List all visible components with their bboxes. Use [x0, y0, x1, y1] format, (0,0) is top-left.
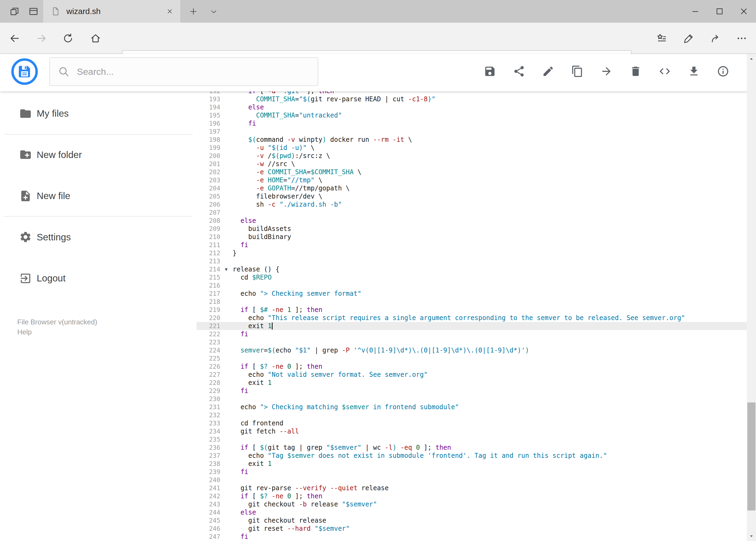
- code-line[interactable]: 240: [196, 476, 747, 484]
- sidebar-item-logout[interactable]: Logout: [0, 267, 196, 290]
- code-line[interactable]: 236 if [ $(git tag | grep "$semver" | wc…: [196, 443, 747, 452]
- scrollbar-thumb[interactable]: [747, 402, 755, 510]
- share-button[interactable]: [513, 65, 525, 78]
- code-line[interactable]: 214▼release () {: [196, 265, 747, 273]
- code-line[interactable]: 200 -v /$(pwd):/src:z \: [196, 152, 747, 160]
- code-line[interactable]: 231 echo "> Checking matching $semver in…: [196, 403, 747, 411]
- code-line[interactable]: 192 if [ -d ".git" ]; then: [196, 91, 747, 95]
- code-line[interactable]: 213: [196, 257, 747, 265]
- raw-view-button[interactable]: [658, 65, 671, 78]
- code-line[interactable]: 221 exit 1: [196, 322, 747, 330]
- code-line[interactable]: 208 else: [196, 217, 747, 225]
- code-line[interactable]: 196 fi: [196, 119, 747, 128]
- code-line[interactable]: 224 semver=$(echo "$1" | grep -P '^v(0|[…: [196, 346, 747, 354]
- help-link[interactable]: Help: [17, 327, 97, 337]
- code-line[interactable]: 193 COMMIT_SHA="$(git rev-parse HEAD | c…: [196, 95, 747, 103]
- code-line[interactable]: 206 sh -c "./wizard.sh -b": [196, 201, 747, 209]
- code-line[interactable]: 203 -e HOME="//tmp" \: [196, 176, 747, 184]
- search-input[interactable]: [77, 66, 310, 77]
- code-line[interactable]: 232: [196, 411, 747, 419]
- copy-button[interactable]: [571, 65, 584, 78]
- code-line[interactable]: 229 fi: [196, 387, 747, 395]
- save-button[interactable]: [484, 65, 496, 78]
- code-line[interactable]: 217 echo "> Checking semver format": [196, 289, 747, 297]
- line-number: 241: [196, 484, 220, 492]
- tab-preview-toggle[interactable]: [207, 5, 221, 19]
- code-line[interactable]: 211 fi: [196, 241, 747, 249]
- sidebar-item-label: New folder: [37, 149, 82, 160]
- code-line[interactable]: 233 cd frontend: [196, 419, 747, 427]
- pen-icon: [683, 33, 694, 44]
- code-line[interactable]: 210 buildBinary: [196, 233, 747, 241]
- forward-button[interactable]: [33, 30, 50, 47]
- more-options-button[interactable]: [733, 30, 750, 47]
- browser-tab[interactable]: wizard.sh: [43, 0, 180, 23]
- code-line[interactable]: 197: [196, 128, 747, 136]
- back-button[interactable]: [6, 30, 23, 47]
- search-box[interactable]: [49, 57, 318, 86]
- web-note-button[interactable]: [680, 30, 697, 47]
- download-button[interactable]: [688, 65, 700, 78]
- share-page-button[interactable]: [707, 30, 724, 47]
- code-line[interactable]: 235: [196, 435, 747, 443]
- code-line[interactable]: 201 -w //src \: [196, 160, 747, 168]
- page-scrollbar[interactable]: [747, 54, 756, 541]
- code-line[interactable]: 216: [196, 281, 747, 289]
- code-line[interactable]: 228 exit 1: [196, 379, 747, 387]
- code-line[interactable]: 245 git checkout release: [196, 516, 747, 525]
- code-line[interactable]: 215 cd $REPO: [196, 273, 747, 281]
- move-button[interactable]: [600, 65, 613, 78]
- code-line[interactable]: 227 echo "Not valid semver format. See s…: [196, 370, 747, 379]
- code-line[interactable]: 244 else: [196, 508, 747, 516]
- code-line[interactable]: 202 -e COMMIT_SHA=$COMMIT_SHA \: [196, 168, 747, 176]
- code-line[interactable]: 219 if [ $# -ne 1 ]; then: [196, 306, 747, 314]
- code-line[interactable]: 194 else: [196, 103, 747, 111]
- tab-close-button[interactable]: [164, 6, 175, 17]
- info-button[interactable]: [717, 65, 729, 78]
- code-line[interactable]: 234 git fetch --all: [196, 427, 747, 435]
- window-minimize-button[interactable]: [683, 0, 707, 23]
- window-maximize-button[interactable]: [707, 0, 732, 23]
- delete-button[interactable]: [630, 65, 642, 78]
- home-button[interactable]: [87, 30, 104, 47]
- code-line[interactable]: 209 buildAssets: [196, 225, 747, 233]
- sidebar-item-new-folder[interactable]: New folder: [0, 143, 196, 166]
- code-line[interactable]: 242 if [ $? -ne 0 ]; then: [196, 492, 747, 500]
- code-editor[interactable]: 192 if [ -d ".git" ]; then193 COMMIT_SHA…: [196, 91, 747, 541]
- code-line[interactable]: 246 git reset --hard "$semver": [196, 525, 747, 533]
- code-line[interactable]: 223: [196, 338, 747, 346]
- code-line[interactable]: 237 echo "Tag $semver does not exist in …: [196, 452, 747, 460]
- scroll-down-button[interactable]: [747, 531, 756, 541]
- refresh-button[interactable]: [59, 30, 77, 47]
- scroll-up-button[interactable]: [747, 54, 756, 64]
- code-line[interactable]: 220 echo "This release script requires a…: [196, 314, 747, 322]
- new-tab-button[interactable]: [186, 4, 200, 18]
- code-line[interactable]: 212}: [196, 249, 747, 257]
- set-tabs-aside-button[interactable]: [8, 4, 22, 18]
- code-line[interactable]: 199 -u "$(id -u)" \: [196, 144, 747, 152]
- sidebar-item-new-file[interactable]: New file: [0, 184, 196, 208]
- code-line[interactable]: 230: [196, 395, 747, 403]
- code-line[interactable]: 226 if [ $? -ne 0 ]; then: [196, 362, 747, 370]
- code-line[interactable]: 241 git rev-parse --verify --quiet relea…: [196, 484, 747, 492]
- code-line[interactable]: 247 fi: [196, 533, 747, 541]
- code-line[interactable]: 225: [196, 354, 747, 362]
- code-line[interactable]: 238 exit 1: [196, 460, 747, 468]
- window-close-button[interactable]: [732, 0, 756, 23]
- fold-marker-icon[interactable]: ▼: [222, 265, 230, 273]
- sidebar-item-my-files[interactable]: My files: [0, 102, 196, 125]
- code-line[interactable]: 222 fi: [196, 330, 747, 338]
- favorites-hub-button[interactable]: [653, 30, 670, 47]
- code-line[interactable]: 243 git checkout -b release "$semver": [196, 500, 747, 508]
- code-line[interactable]: 239 fi: [196, 468, 747, 476]
- code-line[interactable]: 207: [196, 209, 747, 217]
- rename-button[interactable]: [542, 65, 554, 78]
- code-line[interactable]: 218: [196, 297, 747, 306]
- code-line[interactable]: 205 filebrowser/dev \: [196, 192, 747, 201]
- code-line[interactable]: 198 $(command -v winpty) docker run --rm…: [196, 136, 747, 144]
- code-line[interactable]: 204 -e GOPATH=//tmp/gopath \: [196, 184, 747, 192]
- sidebar-item-settings[interactable]: Settings: [0, 226, 196, 249]
- tab-preview-button[interactable]: [26, 4, 41, 18]
- code-line[interactable]: 195 COMMIT_SHA="untracked": [196, 111, 747, 119]
- line-number: 200: [196, 152, 220, 160]
